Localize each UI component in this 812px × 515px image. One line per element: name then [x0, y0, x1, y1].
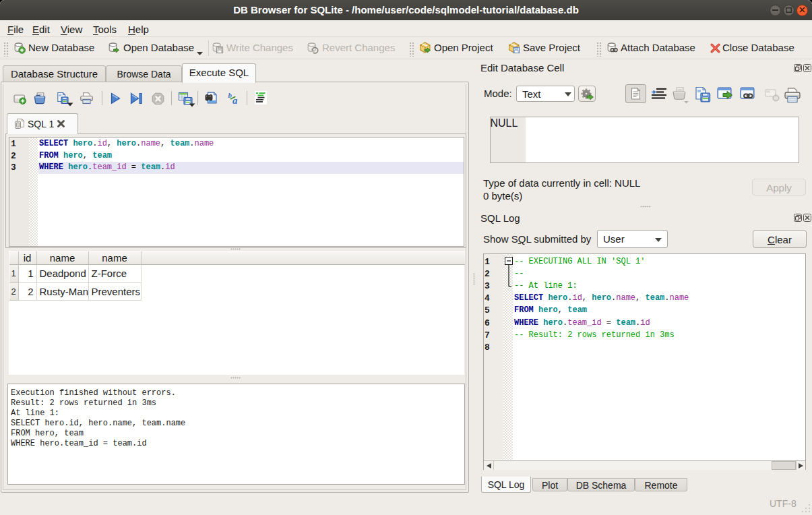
- svg-text:b: b: [228, 91, 232, 99]
